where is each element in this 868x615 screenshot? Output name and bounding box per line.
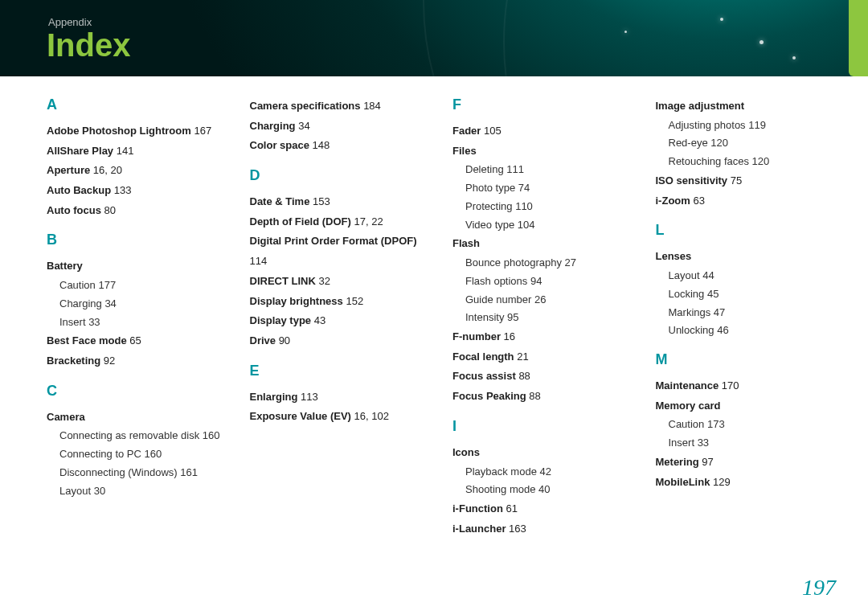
index-subentry: Bounce photography 27 <box>452 254 632 273</box>
index-subentry: Photo type 74 <box>452 179 632 198</box>
index-letter: L <box>656 222 835 239</box>
index-entry: Color space 148 <box>250 136 429 156</box>
page-ref: 33 <box>694 437 709 449</box>
page-title: Index <box>47 27 130 64</box>
index-subentry: Video type 104 <box>452 216 632 235</box>
index-entry: Bracketing 92 <box>47 351 226 371</box>
page-ref: 120 <box>708 137 728 149</box>
page-ref: 61 <box>503 502 518 515</box>
index-subentry: Deleting 111 <box>452 161 632 179</box>
index-subentry: Insert 33 <box>656 434 835 453</box>
index-entry: Aperture 16, 20 <box>47 161 226 181</box>
index-content: AAdobe Photoshop Lightroom 167AllShare P… <box>47 96 834 539</box>
page-ref: 46 <box>714 324 729 336</box>
index-letter: C <box>47 383 226 400</box>
page-ref: 95 <box>504 311 518 323</box>
index-entry: Auto Backup 133 <box>47 181 226 201</box>
page-ref: 170 <box>719 379 739 392</box>
index-entry: DIRECT LINK 32 <box>250 272 429 292</box>
page-ref: 63 <box>690 195 705 207</box>
index-subentry: Layout 44 <box>656 267 835 285</box>
index-letter: D <box>250 167 429 184</box>
page-ref: 17, 22 <box>351 215 383 228</box>
index-entry: Best Face mode 65 <box>47 331 226 351</box>
index-subentry: Caution 173 <box>656 416 835 434</box>
index-entry: i-Launcher 163 <box>452 519 632 539</box>
index-entry: Focus Peaking 88 <box>452 387 632 407</box>
index-letter: B <box>47 232 226 248</box>
index-entry: Memory card <box>656 396 835 416</box>
index-entry: Focus assist 88 <box>452 367 632 387</box>
page-ref: 44 <box>700 269 714 281</box>
page-ref: 113 <box>297 391 317 403</box>
page-ref: 74 <box>515 182 530 194</box>
page-ref: 141 <box>113 145 133 157</box>
index-entry: Display type 43 <box>250 311 429 331</box>
index-entry: Enlarging 113 <box>250 387 429 408</box>
index-entry: Drive 90 <box>250 331 429 351</box>
page-ref: 92 <box>100 355 115 367</box>
page-ref: 34 <box>296 120 310 132</box>
index-entry: Battery <box>47 256 226 277</box>
index-entry: F-number 16 <box>452 327 632 347</box>
index-subentry: Guide number 26 <box>452 291 632 310</box>
page-ref: 148 <box>309 139 330 151</box>
index-column: FFader 105FilesDeleting 111Photo type 74… <box>452 96 632 539</box>
index-entry: Metering 97 <box>656 453 835 473</box>
page-ref: 133 <box>111 184 131 196</box>
index-subentry: Connecting to PC 160 <box>47 445 226 464</box>
page-ref: 40 <box>535 483 550 495</box>
page-ref: 160 <box>199 429 219 441</box>
index-entry: Depth of Field (DOF) 17, 22 <box>250 212 429 232</box>
page-ref: 34 <box>102 297 117 310</box>
page-ref: 45 <box>704 288 719 300</box>
index-subentry: Shooting mode 40 <box>452 481 632 499</box>
page-ref: 33 <box>86 316 100 328</box>
index-subentry: Intensity 95 <box>452 309 632 327</box>
index-entry: Maintenance 170 <box>656 376 835 396</box>
page-ref: 177 <box>96 279 116 291</box>
index-letter: I <box>452 418 632 435</box>
page-ref: 163 <box>506 523 526 535</box>
page-ref: 27 <box>562 256 576 269</box>
index-entry: MobileLink 129 <box>656 473 835 493</box>
page-ref: 110 <box>513 200 533 212</box>
index-subentry: Locking 45 <box>656 285 835 304</box>
page-ref: 94 <box>527 275 542 287</box>
index-entry: Adobe Photoshop Lightroom 167 <box>47 121 226 141</box>
index-entry: Date & Time 153 <box>250 192 429 212</box>
index-letter: M <box>656 351 835 368</box>
index-entry: i-Function 61 <box>452 499 632 519</box>
page-ref: 43 <box>311 314 326 326</box>
index-subentry: Caution 177 <box>47 277 226 295</box>
page-ref: 90 <box>276 334 290 346</box>
index-letter: E <box>250 363 429 379</box>
page-ref: 65 <box>127 334 141 346</box>
page-ref: 21 <box>514 351 529 363</box>
page-ref: 153 <box>309 195 330 207</box>
page-ref: 119 <box>746 119 766 131</box>
page-ref: 173 <box>704 418 724 430</box>
index-subentry: Unlocking 46 <box>656 322 835 340</box>
index-entry: Focal length 21 <box>452 347 632 367</box>
page-ref: 184 <box>361 100 381 112</box>
index-entry: Camera specifications 184 <box>250 96 429 117</box>
index-subentry: Red-eye 120 <box>656 134 835 153</box>
index-entry: AllShare Play 141 <box>47 141 226 162</box>
index-entry: Charging 34 <box>250 117 429 137</box>
page-ref: 111 <box>504 163 524 175</box>
index-entry: Display brightness 152 <box>250 292 429 312</box>
page-ref: 161 <box>178 466 198 478</box>
section-label: Appendix <box>48 16 92 28</box>
page-ref: 114 <box>250 255 268 267</box>
page-ref: 16, 102 <box>351 410 389 422</box>
index-entry: Files <box>452 141 632 162</box>
index-entry: ISO sensitivity 75 <box>656 171 835 191</box>
index-subentry: Markings 47 <box>656 304 835 322</box>
index-letter: A <box>47 96 226 113</box>
page-ref: 104 <box>514 219 534 231</box>
index-entry: Icons <box>452 443 632 463</box>
page-ref: 97 <box>699 456 714 468</box>
page-ref: 129 <box>710 476 730 488</box>
page-ref: 167 <box>191 125 211 137</box>
